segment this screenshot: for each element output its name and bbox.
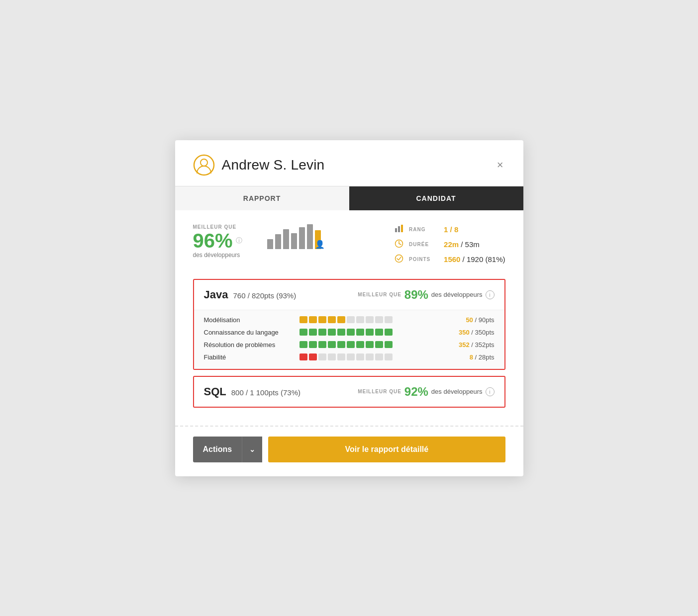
sql-right: MEILLEUR QUE 92% des développeurs i bbox=[358, 385, 494, 399]
meilleur-block: MEILLEUR QUE 96% ⓘ des développeurs bbox=[193, 224, 242, 259]
bar-seg bbox=[309, 316, 317, 323]
bar-seg bbox=[385, 341, 393, 348]
chevron-down-icon: ⌄ bbox=[242, 437, 262, 462]
skill-bars-fiabilite bbox=[299, 353, 444, 360]
bar-seg bbox=[318, 341, 326, 348]
meilleur-pct: 96% ⓘ bbox=[193, 231, 242, 251]
actions-button[interactable]: Actions ⌄ bbox=[193, 437, 263, 462]
skill-bars-modelisation bbox=[299, 316, 444, 323]
bar-seg bbox=[366, 341, 374, 348]
svg-point-8 bbox=[396, 255, 403, 262]
skill-pts-modelisation: 50 / 90pts bbox=[450, 316, 495, 324]
bar-seg bbox=[337, 341, 345, 348]
skill-name-connaissance: Connaissance du langage bbox=[204, 329, 294, 336]
meilleur-pct-value: 96% bbox=[193, 231, 233, 251]
bar-seg bbox=[318, 316, 326, 323]
bar-seg bbox=[318, 353, 326, 360]
section-sql: SQL 800 / 1 100pts (73%) MEILLEUR QUE 92… bbox=[193, 376, 505, 408]
java-meilleur-pct: 89% bbox=[404, 288, 428, 302]
spacer bbox=[193, 370, 505, 376]
skill-connaissance: Connaissance du langage 3 bbox=[204, 329, 495, 336]
duree-label: DURÉE bbox=[409, 242, 439, 247]
chart-person-icon: 👤 bbox=[315, 240, 325, 249]
java-info-icon[interactable]: i bbox=[486, 290, 495, 299]
bar-seg bbox=[356, 353, 364, 360]
avatar-icon bbox=[193, 154, 215, 176]
java-title-left: Java 760 / 820pts (93%) bbox=[204, 288, 297, 301]
points-label: POINTS bbox=[409, 257, 439, 262]
bar-seg bbox=[347, 353, 355, 360]
bar-seg bbox=[366, 353, 374, 360]
header-left: Andrew S. Levin bbox=[193, 154, 325, 176]
bar-seg bbox=[309, 353, 317, 360]
chart-bar-2 bbox=[275, 234, 281, 249]
svg-point-1 bbox=[200, 159, 207, 166]
meilleur-info-icon[interactable]: ⓘ bbox=[236, 237, 242, 244]
java-skills: Modélisation 50 / 90pts bbox=[194, 310, 504, 369]
svg-rect-3 bbox=[398, 226, 400, 232]
bar-seg bbox=[375, 341, 383, 348]
bar-seg bbox=[366, 316, 374, 323]
sql-info-icon[interactable]: i bbox=[486, 387, 495, 396]
chart-bar-5 bbox=[299, 227, 305, 249]
skill-name-resolution: Résolution de problèmes bbox=[204, 341, 294, 349]
tab-rapport[interactable]: RAPPORT bbox=[175, 186, 349, 210]
chart-bar-6 bbox=[307, 224, 313, 249]
points-icon bbox=[394, 254, 404, 265]
bar-seg bbox=[328, 316, 336, 323]
skill-pts-connaissance: 350 / 350pts bbox=[450, 329, 495, 336]
duree-value: 22m / 53m bbox=[444, 240, 480, 249]
bar-seg bbox=[356, 341, 364, 348]
bar-seg bbox=[356, 316, 364, 323]
skill-bars-connaissance bbox=[299, 329, 444, 336]
sql-title-left: SQL 800 / 1 100pts (73%) bbox=[204, 385, 301, 398]
java-right: MEILLEUR QUE 89% des développeurs i bbox=[358, 288, 494, 302]
rang-icon bbox=[394, 224, 404, 235]
bar-chart: 👤 bbox=[267, 224, 321, 249]
stat-duree: DURÉE 22m / 53m bbox=[394, 239, 505, 250]
sql-header[interactable]: SQL 800 / 1 100pts (73%) MEILLEUR QUE 92… bbox=[194, 377, 504, 407]
java-pts: 760 / 820pts (93%) bbox=[233, 291, 296, 300]
meilleur-sub: des développeurs bbox=[193, 252, 240, 259]
bar-seg bbox=[328, 341, 336, 348]
bar-seg bbox=[385, 316, 393, 323]
svg-line-7 bbox=[399, 244, 401, 245]
chart-bar-1 bbox=[267, 239, 273, 249]
bar-seg bbox=[328, 353, 336, 360]
sql-meilleur-label: MEILLEUR QUE bbox=[358, 389, 401, 394]
skill-modelisation: Modélisation 50 / 90pts bbox=[204, 316, 495, 324]
rang-label: RANG bbox=[409, 227, 439, 232]
points-value: 1560 / 1920 (81%) bbox=[444, 255, 505, 264]
java-header[interactable]: Java 760 / 820pts (93%) MEILLEUR QUE 89%… bbox=[194, 280, 504, 310]
java-des-devs: des développeurs bbox=[431, 291, 483, 298]
bar-seg bbox=[318, 329, 326, 336]
bar-seg bbox=[299, 353, 307, 360]
tab-candidat[interactable]: CANDIDAT bbox=[349, 186, 523, 210]
sql-des-devs: des développeurs bbox=[431, 388, 483, 395]
sql-meilleur-pct: 92% bbox=[404, 385, 428, 399]
bar-seg bbox=[375, 316, 383, 323]
skill-name-fiabilite: Fiabilité bbox=[204, 353, 294, 361]
actions-label: Actions bbox=[193, 445, 242, 454]
bar-seg bbox=[309, 329, 317, 336]
close-button[interactable]: × bbox=[495, 158, 505, 173]
modal-body: MEILLEUR QUE 96% ⓘ des développeurs 👤 bbox=[175, 210, 523, 423]
candidate-modal: Andrew S. Levin × RAPPORT CANDIDAT MEILL… bbox=[175, 140, 523, 476]
skill-bars-resolution bbox=[299, 341, 444, 348]
bar-seg bbox=[385, 353, 393, 360]
chart-bar-3 bbox=[283, 229, 289, 249]
actions-wrapper: Actions ⌄ bbox=[193, 437, 263, 462]
sql-pts: 800 / 1 100pts (73%) bbox=[231, 388, 300, 397]
meilleur-label: MEILLEUR QUE bbox=[193, 224, 237, 230]
rang-value: 1 / 8 bbox=[444, 225, 458, 234]
svg-rect-4 bbox=[401, 225, 403, 232]
skill-pts-resolution: 352 / 352pts bbox=[450, 341, 495, 349]
tabs: RAPPORT CANDIDAT bbox=[175, 186, 523, 210]
rapport-button[interactable]: Voir le rapport détaillé bbox=[268, 437, 505, 462]
duree-icon bbox=[394, 239, 404, 250]
bar-seg bbox=[299, 341, 307, 348]
chart-bar-4 bbox=[291, 233, 297, 249]
skill-fiabilite: Fiabilité 8 / 28pts bbox=[204, 353, 495, 361]
java-meilleur-label: MEILLEUR QUE bbox=[358, 292, 401, 297]
bar-seg bbox=[309, 341, 317, 348]
